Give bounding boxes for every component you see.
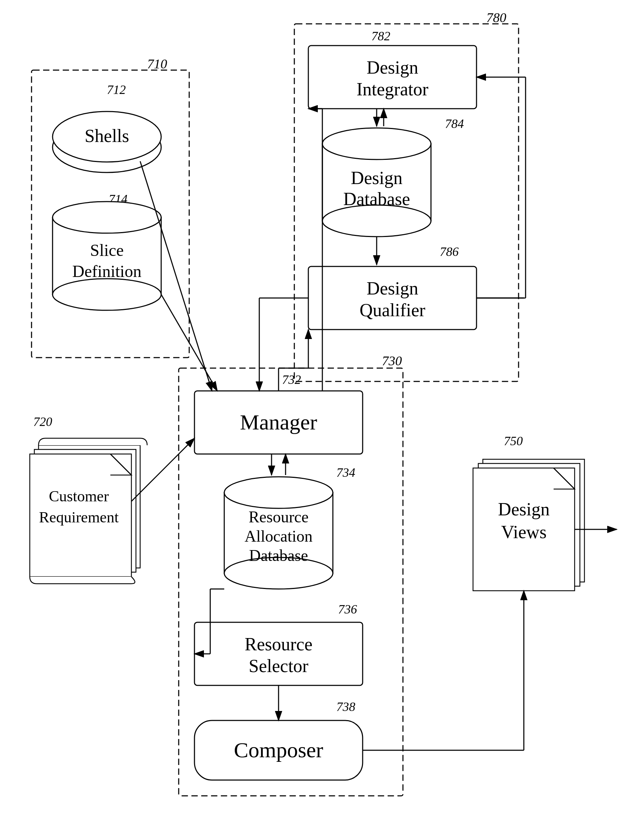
- customer-req-id: 720: [33, 415, 52, 429]
- slice-def-label-1: Slice: [90, 241, 124, 259]
- design-qualifier-id: 786: [440, 245, 459, 259]
- design-db-cyl-top: [322, 128, 431, 159]
- composer-label: Composer: [234, 738, 323, 762]
- resource-selector-label-1: Resource: [244, 634, 312, 654]
- design-integrator-label-2: Integrator: [356, 79, 428, 99]
- design-db-cyl-bottom: [322, 205, 431, 237]
- resource-selector-label-2: Selector: [249, 656, 308, 676]
- rad-cyl-top: [224, 477, 333, 508]
- design-integrator-id: 782: [371, 29, 390, 43]
- shells-id-label: 712: [107, 83, 126, 97]
- design-views-label-2: Views: [501, 522, 547, 542]
- composer-id: 738: [336, 700, 355, 714]
- design-qualifier-label-2: Qualifier: [359, 300, 426, 320]
- group-710-label: 710: [147, 57, 167, 71]
- slice-def-cyl-bottom: [52, 279, 161, 310]
- design-db-id: 784: [445, 117, 464, 131]
- design-integrator-label-1: Design: [366, 57, 418, 77]
- rad-label-1: Resource: [248, 508, 308, 526]
- design-db-label-2: Database: [344, 189, 410, 209]
- resource-selector-id: 736: [338, 602, 357, 616]
- group-730-label: 730: [382, 354, 402, 368]
- design-qualifier-label-1: Design: [366, 278, 418, 298]
- slice-def-cyl-top: [52, 202, 161, 233]
- design-db-label-1: Design: [351, 168, 402, 188]
- design-views-label-1: Design: [498, 499, 549, 519]
- rad-label-2: Allocation: [244, 527, 312, 545]
- rad-label-3: Database: [249, 546, 308, 564]
- customer-req-label-1: Customer: [49, 488, 109, 505]
- group-780-label: 780: [486, 10, 506, 25]
- shells-label: Shells: [84, 126, 129, 146]
- manager-id: 732: [282, 373, 301, 387]
- arrow-customer-to-manager: [131, 438, 194, 501]
- slice-def-label-2: Definition: [72, 262, 141, 281]
- diagram-container: 710 712 Shells 714 Slice Definition 780 …: [0, 0, 637, 840]
- customer-req-label-2: Requirement: [39, 509, 118, 526]
- manager-label: Manager: [240, 410, 317, 434]
- design-views-id: 750: [504, 434, 523, 448]
- rad-id: 734: [336, 466, 355, 480]
